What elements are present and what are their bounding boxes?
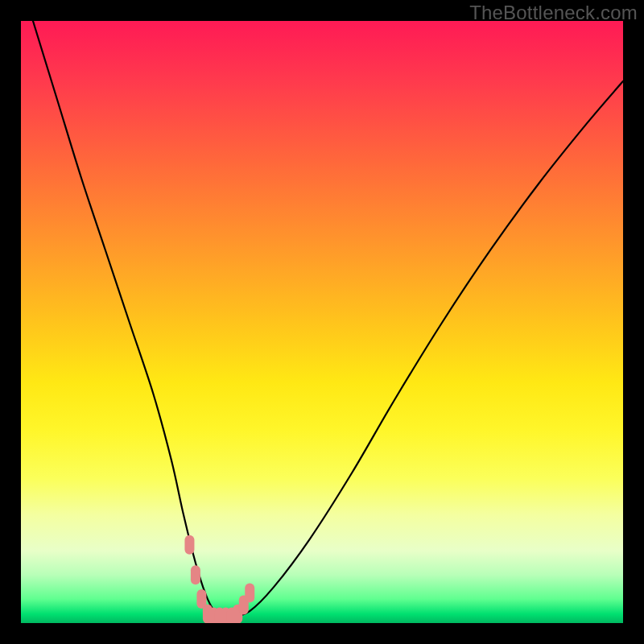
outer-frame: TheBottleneck.com xyxy=(0,0,644,644)
trough-marker xyxy=(184,535,254,623)
chart-svg xyxy=(21,21,623,623)
trough-dot xyxy=(191,565,200,584)
bottleneck-curve xyxy=(33,21,623,618)
plot-area xyxy=(21,21,623,623)
trough-dot xyxy=(245,584,254,603)
trough-dot xyxy=(184,535,194,555)
